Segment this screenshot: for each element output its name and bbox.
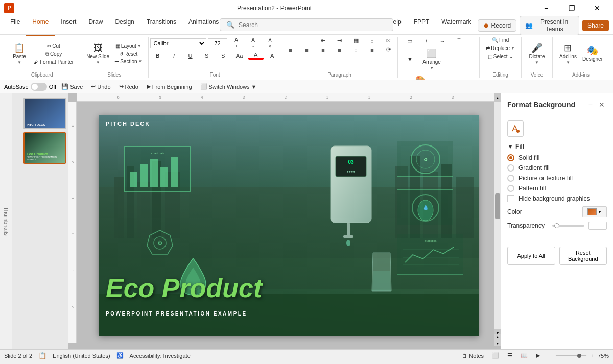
undo-qa-button[interactable]: ↩ Undo <box>88 82 113 91</box>
slide-thumb-1[interactable]: 1 PITCH DECK <box>23 98 66 129</box>
scroll-up-button[interactable]: ▲ <box>494 93 501 102</box>
decrease-indent-button[interactable]: ⇤ <box>316 37 331 44</box>
dictate-button[interactable]: 🎤 Dictate ▼ <box>526 40 548 68</box>
increase-indent-button[interactable]: ⇥ <box>332 37 347 44</box>
section-button[interactable]: ☰ Section ▼ <box>112 58 144 65</box>
save-qa-button[interactable]: 💾 Save <box>58 82 86 91</box>
nav-down-button[interactable]: ▼ <box>494 340 501 346</box>
close-button[interactable]: ✕ <box>585 0 609 16</box>
slide-canvas[interactable]: 03 ●●●● <box>99 115 479 336</box>
gradient-fill-radio[interactable] <box>507 164 514 172</box>
tab-design[interactable]: Design <box>109 15 140 36</box>
format-fill-icon-button[interactable] <box>507 120 524 137</box>
bold-button[interactable]: B <box>150 52 166 59</box>
italic-button[interactable]: I <box>167 52 182 59</box>
zoom-out-button[interactable]: − <box>546 352 553 360</box>
align-center-button[interactable]: ≡ <box>299 46 315 54</box>
redo-qa-button[interactable]: ↪ Redo <box>116 82 142 91</box>
align-left-button[interactable]: ≡ <box>283 46 298 54</box>
restore-button[interactable]: ❐ <box>560 0 583 16</box>
hide-bg-graphics-checkbox[interactable] <box>507 195 514 202</box>
new-slide-button[interactable]: 🖼 New Slide ▼ <box>84 40 111 68</box>
font-size-input[interactable] <box>208 38 227 48</box>
shape-connector[interactable]: ⌒ <box>451 37 466 45</box>
paste-button[interactable]: 📋 Paste ▼ <box>8 40 31 68</box>
hide-bg-graphics-option[interactable]: Hide background graphics <box>507 195 607 202</box>
line-spacing-button[interactable]: ↕ <box>365 37 380 44</box>
solid-fill-option[interactable]: Solid fill <box>507 154 607 161</box>
transparency-slider[interactable] <box>552 225 584 227</box>
search-input[interactable] <box>239 21 387 29</box>
select-button[interactable]: ⬚ Select ⌄ <box>486 53 515 60</box>
panel-collapse-button[interactable]: − <box>586 100 595 110</box>
transparency-value-input[interactable]: 0% <box>588 222 607 230</box>
numbering-button[interactable]: ≡ <box>299 37 315 44</box>
tab-fppt[interactable]: FPPT <box>408 15 436 36</box>
font-name-select[interactable]: Calibri <box>150 38 206 48</box>
text-direction-button[interactable]: ↕ <box>348 46 364 54</box>
solid-fill-radio[interactable] <box>507 154 514 161</box>
tab-animations[interactable]: Animations <box>182 15 225 36</box>
copy-button[interactable]: ⧉ Copy <box>32 51 76 58</box>
format-painter-button[interactable]: 🖌 Format Painter <box>32 59 76 65</box>
bullets-button[interactable]: ≡ <box>283 37 298 44</box>
tab-transitions[interactable]: Transitions <box>140 15 182 36</box>
present-teams-button[interactable]: 👥 Present in Teams <box>520 16 579 35</box>
tab-draw[interactable]: Draw <box>82 15 109 36</box>
convert-to-smartart-button[interactable]: ⟳ <box>381 46 396 54</box>
panel-close-button[interactable]: ✕ <box>597 100 607 110</box>
strikethrough-button[interactable]: S <box>199 52 215 59</box>
addins-button[interactable]: ⊞ Add-ins ▼ <box>557 40 579 68</box>
shape-arrow[interactable]: → <box>435 37 450 45</box>
switch-windows-button[interactable]: ⬜ Switch Windows ▼ <box>197 82 260 91</box>
autosave-toggle-control[interactable] <box>31 83 47 91</box>
tab-insert[interactable]: Insert <box>55 15 82 36</box>
pattern-fill-radio[interactable] <box>507 185 514 192</box>
decrease-font-button[interactable]: A- <box>246 37 261 50</box>
apply-to-all-button[interactable]: Apply to All <box>507 247 555 265</box>
reading-view-button[interactable]: 📖 <box>518 351 530 360</box>
arrange-button[interactable]: ⬜ Arrange ▼ <box>418 46 445 72</box>
shape-line[interactable]: / <box>418 37 434 45</box>
shape-rectangle[interactable]: ▭ <box>402 37 417 45</box>
slideshow-view-button[interactable]: ▶ <box>534 351 542 360</box>
minimize-button[interactable]: − <box>534 0 558 16</box>
reset-background-button[interactable]: Reset Background <box>559 247 607 265</box>
picture-texture-radio[interactable] <box>507 175 514 182</box>
shape-more[interactable]: ▼ <box>402 46 417 72</box>
canvas-area[interactable]: 6 5 4 3 2 1 1 2 3 3 2 1 0 1 2 <box>68 93 501 349</box>
record-button[interactable]: ⏺ Record <box>478 19 517 32</box>
share-button[interactable]: Share <box>582 20 609 31</box>
underline-button[interactable]: U <box>183 52 198 59</box>
cut-button[interactable]: ✂ Cut <box>32 43 76 50</box>
reset-button[interactable]: ↺ Reset <box>112 51 144 57</box>
color-picker-button[interactable]: ▼ <box>582 206 607 217</box>
shadow-button[interactable]: S <box>216 52 231 59</box>
vertical-scrollbar[interactable]: ▲ ▼ <box>494 93 501 337</box>
slide-view-button[interactable]: ⬜ <box>490 351 501 360</box>
from-beginning-button[interactable]: ▶ From Beginning <box>144 82 195 91</box>
tab-home[interactable]: Home <box>26 15 55 36</box>
zoom-in-button[interactable]: + <box>588 352 596 360</box>
scroll-thumb[interactable] <box>495 193 500 219</box>
align-right-button[interactable]: ≡ <box>316 46 331 54</box>
pattern-fill-option[interactable]: Pattern fill <box>507 185 607 192</box>
align-text-button[interactable]: ≡ <box>365 46 380 54</box>
picture-texture-option[interactable]: Picture or texture fill <box>507 175 607 182</box>
font-color-button[interactable]: A <box>248 51 264 60</box>
notes-button[interactable]: 🗒 Notes <box>460 352 486 360</box>
columns-button[interactable]: ▦ <box>348 37 364 44</box>
outline-view-button[interactable]: ☰ <box>505 351 514 360</box>
quick-styles-button[interactable]: 🎨 Quick Styles ▼ <box>402 73 439 80</box>
designer-button[interactable]: 🎭 Designer <box>580 40 605 68</box>
tab-watermark[interactable]: Watermark <box>435 15 477 36</box>
increase-font-button[interactable]: A+ <box>229 37 244 50</box>
justify-button[interactable]: ≡ <box>332 46 347 54</box>
thumbnails-panel[interactable]: Thumbnails <box>0 93 12 349</box>
highlight-button[interactable]: A <box>265 52 280 59</box>
tab-file[interactable]: File <box>4 15 26 36</box>
find-button[interactable]: 🔍 Find <box>490 37 511 43</box>
nav-up-button[interactable]: ▲ <box>494 334 501 340</box>
change-case-button[interactable]: Aa <box>232 52 247 59</box>
layout-button[interactable]: ▦ Layout ▼ <box>112 43 144 50</box>
